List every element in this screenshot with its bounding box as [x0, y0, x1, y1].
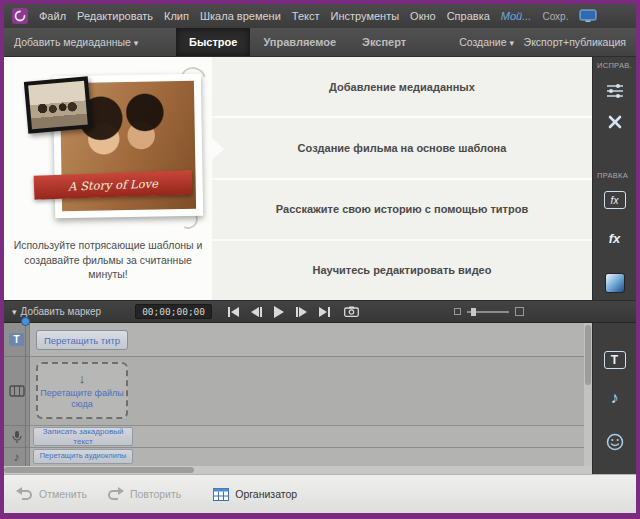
premiere-elements-window: Файл Редактировать Клип Шкала времени Те…: [0, 0, 640, 519]
tab-guided[interactable]: Управляемое: [250, 28, 349, 56]
fix-section-label: ИСПРАВ.: [597, 61, 632, 70]
tab-quick[interactable]: Быстрое: [176, 28, 250, 56]
add-marker-dropdown[interactable]: ▾ Добавить маркер: [12, 306, 101, 317]
down-arrow-icon: ↓: [79, 371, 86, 387]
timeline-horizontal-scrollbar[interactable]: [4, 466, 592, 474]
step-forward-button[interactable]: [296, 307, 307, 317]
chevron-down-icon: ▾: [509, 38, 514, 48]
note-glyph: ♪: [611, 389, 619, 407]
promo-caption: Используйте потрясающие шаблоны и создав…: [12, 238, 204, 282]
chevron-down-icon: ▾: [134, 38, 139, 48]
timecode-display[interactable]: 00;00;00;00: [135, 304, 212, 319]
transport-controls: [228, 306, 330, 318]
menu-clip[interactable]: Клип: [164, 10, 189, 22]
title-letter: T: [604, 351, 626, 369]
drag-title-button[interactable]: Перетащить титр: [36, 330, 128, 350]
add-media-dropdown[interactable]: Добавить медиаданные ▾: [14, 36, 138, 48]
promo-panel: A Story of Love Используйте потрясающие …: [4, 57, 212, 300]
edit-section-label: ПРАВКА: [597, 171, 628, 180]
option-learn-editing[interactable]: Научитесь редактировать видео: [212, 241, 592, 300]
monitor-icon[interactable]: [579, 9, 597, 23]
organizer-label: Организатор: [235, 488, 297, 500]
transitions-gradient-icon[interactable]: [605, 273, 625, 293]
timeline-toolbar: ▾ Добавить маркер 00;00;00;00: [4, 300, 636, 323]
redo-label: Повторить: [130, 488, 181, 500]
zoom-thumb[interactable]: [471, 308, 476, 316]
effects-box-icon[interactable]: fx: [604, 191, 626, 209]
fx-badge: fx: [604, 191, 626, 209]
menu-help[interactable]: Справка: [447, 10, 490, 22]
bottom-bar: Отменить Повторить Организатор: [4, 474, 636, 513]
playhead-line: [25, 323, 26, 466]
titles-icon[interactable]: T: [604, 351, 626, 369]
video-track[interactable]: ↓ Перетащите файлы сюда: [30, 357, 592, 426]
menu-file[interactable]: Файл: [39, 10, 66, 22]
zoom-slider[interactable]: [454, 307, 524, 316]
zoom-in-icon[interactable]: [515, 307, 524, 316]
adjust-sliders-icon[interactable]: [606, 83, 624, 99]
save-status: Сохр.: [542, 11, 568, 22]
gradient-square: [605, 273, 625, 293]
promo-collage-image: A Story of Love: [26, 73, 204, 225]
graphics-smiley-icon[interactable]: [606, 433, 624, 451]
play-button[interactable]: [274, 306, 284, 318]
drag-audio-button[interactable]: Перетащить аудиоклипы: [33, 449, 133, 464]
zoom-out-icon[interactable]: [454, 308, 461, 315]
menu-bar: Файл Редактировать Клип Шкала времени Те…: [4, 4, 636, 28]
snapshot-camera-icon[interactable]: [344, 306, 359, 317]
add-marker-label: Добавить маркер: [21, 306, 102, 317]
option-add-media[interactable]: Добавление медиаданных: [212, 57, 592, 116]
timeline-panel: T ♪ Перетащить титр ↓ Перетащите файлы с…: [4, 323, 592, 466]
export-publish-button[interactable]: Экспорт+публикация: [524, 36, 626, 48]
undo-label: Отменить: [39, 488, 87, 500]
voice-track[interactable]: Записать закадровый текст: [30, 426, 592, 448]
menu-edit[interactable]: Редактировать: [77, 10, 153, 22]
go-to-start-button[interactable]: [228, 307, 239, 317]
title-track[interactable]: Перетащить титр: [30, 323, 592, 357]
fix-tools-icon[interactable]: [606, 113, 624, 131]
timeline-vertical-scrollbar[interactable]: [584, 323, 592, 466]
effects-icon[interactable]: fx: [609, 231, 621, 246]
pointer-arrow: [212, 138, 224, 160]
option-instant-movie[interactable]: Создание фильма на основе шаблона: [212, 118, 592, 177]
redo-button[interactable]: Повторить: [107, 487, 181, 501]
timeline-tracks: Перетащить титр ↓ Перетащите файлы сюда …: [30, 323, 592, 466]
option-titles-story[interactable]: Расскажите свою историю с помощью титров: [212, 180, 592, 239]
group-photo-image: [28, 81, 88, 130]
app-logo-icon: [12, 8, 28, 24]
group-photo: [24, 76, 92, 133]
undo-button[interactable]: Отменить: [16, 487, 87, 501]
zoom-track[interactable]: [467, 311, 509, 313]
organizer-button[interactable]: Организатор: [213, 488, 297, 501]
tab-expert[interactable]: Эксперт: [349, 28, 419, 56]
step-back-button[interactable]: [251, 307, 262, 317]
go-to-end-button[interactable]: [319, 307, 330, 317]
audio-track-icon: ♪: [14, 450, 20, 464]
menu-tools[interactable]: Инструменты: [331, 10, 400, 22]
menu-text[interactable]: Текст: [292, 10, 320, 22]
record-narration-button[interactable]: Записать закадровый текст: [33, 427, 133, 446]
media-dropzone[interactable]: ↓ Перетащите файлы сюда: [36, 362, 128, 419]
track-header-column: T ♪: [4, 323, 30, 466]
mode-tab-bar: Добавить медиаданные ▾ Быстрое Управляем…: [4, 28, 636, 57]
audio-track[interactable]: Перетащить аудиоклипы: [30, 448, 592, 466]
playhead-handle[interactable]: [21, 317, 30, 326]
create-dropdown[interactable]: Создание ▾: [459, 36, 514, 48]
add-media-label: Добавить медиаданные: [14, 36, 131, 48]
mode-tabs: Быстрое Управляемое Эксперт: [176, 28, 419, 56]
music-note-icon[interactable]: ♪: [611, 389, 619, 407]
project-name[interactable]: Мой...: [501, 10, 532, 22]
action-sidebar: ИСПРАВ. ПРАВКА fx fx ДОБАВЛ. T ♪: [592, 57, 636, 475]
chevron-down-icon: ▾: [12, 307, 17, 317]
menu-timeline[interactable]: Шкала времени: [200, 10, 281, 22]
menu-window[interactable]: Окно: [410, 10, 436, 22]
fx-text: fx: [609, 231, 621, 246]
scrollbar-thumb[interactable]: [585, 325, 591, 385]
dropzone-label: Перетащите файлы сюда: [40, 388, 124, 410]
quick-start-options: Добавление медиаданных Создание фильма н…: [212, 57, 592, 300]
title-track-icon: T: [9, 333, 24, 346]
create-label: Создание: [459, 36, 506, 48]
scrollbar-thumb[interactable]: [4, 467, 194, 473]
